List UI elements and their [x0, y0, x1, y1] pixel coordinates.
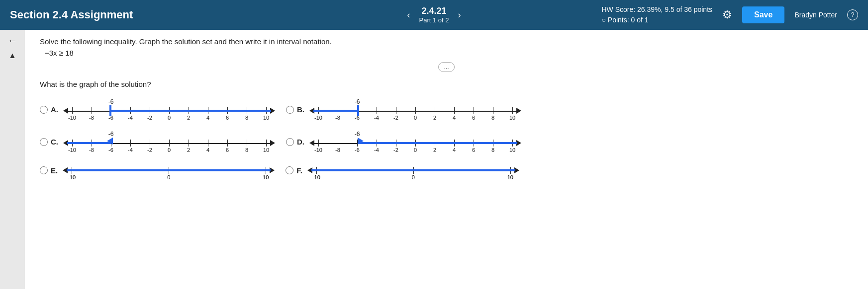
option-row-1: A. -10 -8 -6 -4 -2: [40, 96, 853, 123]
points-label: Points:: [608, 16, 629, 24]
option-row-2: C. -10 -8 -6 -4 -2 0 2 4 6: [40, 128, 853, 155]
problem-nav: ‹ 2.4.21 Part 1 of 2 ›: [403, 6, 465, 24]
shade-c: [67, 142, 111, 144]
hw-score-block: HW Score: 26.39%, 9.5 of 36 points ○ Poi…: [601, 4, 712, 25]
shade-e: [67, 169, 271, 171]
settings-button[interactable]: ⚙: [722, 8, 732, 21]
hw-score-value: 26.39%, 9.5 of 36 points: [637, 5, 712, 13]
option-b-label[interactable]: B.: [286, 105, 304, 114]
main-content: ← ▲ Solve the following inequality. Grap…: [0, 30, 868, 289]
more-button[interactable]: ...: [438, 62, 454, 72]
option-e-pair: E. -10 0 10: [40, 160, 276, 180]
option-a-numberline: -10 -8 -6 -4 -2 0 2 4 6 8 10 -6: [62, 96, 276, 123]
save-button[interactable]: Save: [742, 6, 784, 23]
option-d-pair: D. -10 -8 -6 -4 -2 0 2 4 6: [286, 128, 522, 155]
hw-score-label: HW Score:: [601, 5, 635, 13]
option-c-radio[interactable]: [40, 138, 48, 146]
option-f-numberline: -10 0 10: [306, 160, 520, 180]
option-c-text: C.: [51, 138, 58, 146]
problem-part: Part 1 of 2: [419, 16, 449, 24]
shade-b: [313, 110, 357, 112]
next-problem-button[interactable]: ›: [454, 8, 465, 22]
help-button[interactable]: ?: [847, 9, 858, 20]
option-e-text: E.: [51, 166, 58, 175]
option-c-numberline: -10 -8 -6 -4 -2 0 2 4 6 8 10 -6: [62, 128, 276, 155]
options-grid: A. -10 -8 -6 -4 -2: [40, 96, 853, 180]
left-sidebar: ← ▲: [0, 30, 25, 289]
back-button[interactable]: ←: [7, 35, 17, 46]
more-row: ...: [40, 62, 853, 77]
option-row-3: E. -10 0 10: [40, 160, 853, 180]
option-a-pair: A. -10 -8 -6 -4 -2: [40, 96, 276, 123]
option-b-radio[interactable]: [286, 106, 294, 114]
prev-problem-button[interactable]: ‹: [403, 8, 414, 22]
bracket-b: [357, 105, 359, 116]
problem-label: 2.4.21 Part 1 of 2: [419, 6, 449, 24]
shade-f: [311, 169, 515, 171]
assignment-title: Section 2.4 Assignment: [10, 8, 133, 21]
problem-equation: −3x ≥ 18: [45, 49, 853, 57]
problem-instruction: Solve the following inequality. Graph th…: [40, 37, 853, 46]
option-c-label[interactable]: C.: [40, 138, 58, 146]
option-b-text: B.: [297, 105, 304, 114]
expand-button[interactable]: ▲: [8, 51, 16, 60]
option-c-pair: C. -10 -8 -6 -4 -2 0 2 4 6: [40, 128, 276, 155]
option-b-numberline: -10 -8 -6 -4 -2 0 2 4 6 8 10 -6: [308, 96, 522, 123]
points-value: 0 of 1: [631, 16, 649, 24]
top-bar: Section 2.4 Assignment ‹ 2.4.21 Part 1 o…: [0, 0, 868, 30]
option-f-radio[interactable]: [286, 166, 293, 174]
option-f-label[interactable]: F.: [286, 166, 302, 175]
option-a-text: A.: [51, 105, 58, 114]
option-f-pair: F. -10 0 10: [286, 160, 520, 180]
shade-a: [111, 110, 271, 112]
option-e-numberline: -10 0 10: [62, 160, 276, 180]
option-d-radio[interactable]: [286, 138, 294, 146]
shade-d: [358, 142, 517, 144]
graph-question: What is the graph of the solution?: [40, 80, 853, 88]
content-area: Solve the following inequality. Graph th…: [25, 30, 868, 289]
option-b-pair: B. -10 -8 -6 -4 -2 0 2 4 6: [286, 96, 522, 123]
option-d-numberline: -10 -8 -6 -4 -2 0 2 4 6 8 10 -6: [308, 128, 522, 155]
option-f-text: F.: [296, 166, 302, 175]
option-a-radio[interactable]: [40, 106, 48, 114]
option-d-label[interactable]: D.: [286, 138, 304, 146]
option-e-label[interactable]: E.: [40, 166, 58, 175]
user-name: Bradyn Potter: [794, 11, 837, 19]
top-bar-right: HW Score: 26.39%, 9.5 of 36 points ○ Poi…: [601, 4, 858, 25]
option-e-radio[interactable]: [40, 166, 48, 174]
option-d-text: D.: [297, 138, 304, 146]
option-a-label[interactable]: A.: [40, 105, 58, 114]
problem-number: 2.4.21: [419, 6, 449, 16]
